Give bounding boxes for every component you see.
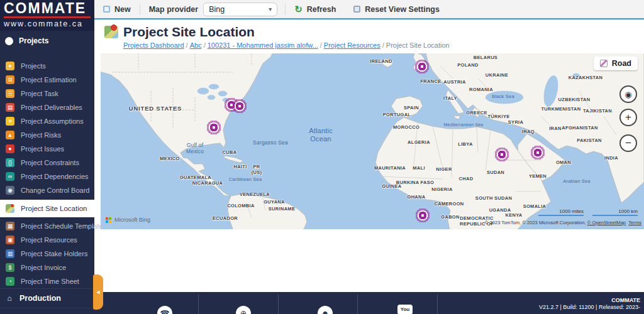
project-site-location-icon	[6, 204, 14, 213]
sidebar-item-change-control-board[interactable]: ◉Change Control Board	[0, 183, 94, 197]
map-marker-2[interactable]	[232, 99, 247, 114]
sidebar-item-project-invoice[interactable]: $Project Invoice	[0, 261, 94, 274]
sidebar-item-project-dependencies[interactable]: ∞Project Dependencies	[0, 170, 94, 183]
projects-section-title: Projects	[19, 36, 48, 45]
breadcrumb-link-projects-dashboard[interactable]: Projects Dashboard	[123, 41, 184, 49]
sidebar-section-label: Production	[19, 294, 61, 303]
sidebar-item-label: Project Stake Holders	[21, 250, 87, 257]
sidebar-item-project-risks[interactable]: ▲Project Risks	[0, 128, 94, 142]
sidebar-item-label: Project Invoice	[21, 264, 66, 271]
sidebar-item-label: Project Site Location	[21, 205, 87, 212]
sidebar-item-project-time-sheet[interactable]: ◔Project Time Sheet	[0, 274, 94, 288]
reset-view-settings-button[interactable]: Reset View Settings	[345, 0, 448, 18]
sidebar-collapse-button[interactable]: ◄	[93, 274, 103, 310]
sidebar-item-project-stake-holders[interactable]: ▥Project Stake Holders	[0, 247, 94, 261]
sidebar-item-project-schedule-template[interactable]: ▦Project Schedule Template	[0, 219, 94, 233]
sidebar-item-project-deliverables[interactable]: ▤Project Deliverables	[0, 100, 94, 114]
sidebar-item-label: Project Assumptions	[21, 117, 84, 125]
map-marker-4[interactable]	[414, 59, 430, 74]
sidebar-item-label: Project Resources	[21, 236, 77, 244]
map-provider-value: Bing	[209, 5, 225, 14]
sidebar-item-label: Project Time Sheet	[21, 278, 79, 285]
project-estimation-icon: ⊞	[6, 75, 14, 84]
world-map-svg	[101, 53, 644, 229]
project-issues-icon: ●	[6, 144, 14, 153]
sidebar-item-project-estimation[interactable]: ⊞Project Estimation	[0, 73, 94, 87]
sidebar-item-label: Project Risks	[21, 131, 61, 139]
project-deliverables-icon: ▤	[6, 103, 14, 112]
sidebar-item-project-assumptions[interactable]: ☀Project Assumptions	[0, 114, 94, 128]
locate-me-button[interactable]: ◉	[619, 85, 637, 103]
toolbar: New Map provider Bing ▾ ↻ Refresh Reset …	[94, 0, 644, 19]
zoom-in-button[interactable]: +	[619, 109, 637, 126]
refresh-button[interactable]: ↻ Refresh	[286, 0, 345, 18]
project-schedule-template-icon: ▦	[6, 222, 14, 230]
site-location-icon	[104, 26, 118, 38]
map-canvas[interactable]: UNITED STATESMEXICOCUBAHAITIPR (US)GUATE…	[101, 53, 644, 229]
chevron-down-icon: ▾	[269, 6, 272, 13]
sidebar-nav: ●Projects⊞Project Estimation☰Project Tas…	[0, 53, 94, 288]
map-scale: 1000 miles 1000 km	[538, 208, 638, 216]
project-risks-icon: ▲	[6, 131, 14, 139]
new-button-label: New	[114, 5, 131, 14]
sidebar-section-reports[interactable]: ▤Reports	[0, 308, 94, 314]
breadcrumb-separator: /	[184, 41, 190, 49]
terms-link[interactable]: Terms	[628, 220, 641, 225]
sidebar-item-project-issues[interactable]: ●Project Issues	[0, 142, 94, 156]
logo-block[interactable]: COMMATE www.commate.ca	[0, 0, 94, 31]
reset-view-label: Reset View Settings	[365, 5, 440, 14]
sidebar: COMMATE www.commate.ca Projects ●Project…	[0, 0, 94, 314]
page-title: Project Site Location	[123, 24, 255, 40]
footer-globe-icon[interactable]: ⊕	[236, 306, 251, 314]
sidebar-item-label: Project Issues	[21, 145, 64, 153]
new-button[interactable]: New	[94, 0, 140, 18]
sidebar-item-label: Change Control Board	[21, 187, 89, 194]
map-marker-6[interactable]	[530, 145, 545, 160]
map-attribution: © 2023 TomTom, © 2023 Microsoft Corporat…	[485, 220, 641, 225]
footer-phone-icon[interactable]: ☎	[157, 306, 172, 314]
sidebar-item-label: Project Task	[21, 90, 58, 97]
footer-youtube-icon[interactable]: You	[397, 305, 413, 314]
scale-miles: 1000 miles	[538, 208, 584, 216]
footer-divider	[357, 295, 358, 314]
footer-person-icon[interactable]: ☻	[318, 306, 333, 314]
map-provider-select[interactable]: Bing ▾	[203, 3, 277, 16]
sidebar-item-label: Project Constraints	[21, 159, 79, 166]
app-window: New Map provider Bing ▾ ↻ Refresh Reset …	[0, 0, 644, 314]
project-assumptions-icon: ☀	[6, 117, 14, 126]
microsoft-logo-icon	[106, 217, 111, 223]
breadcrumb-link-project-resources[interactable]: Project Resources	[324, 41, 380, 49]
map-marker-7[interactable]	[415, 208, 430, 223]
reset-view-icon	[353, 6, 360, 13]
sidebar-item-projects[interactable]: ●Projects	[0, 59, 94, 73]
footer-version: COMMATE V21.2.7 | Build: 11200 | Release…	[539, 297, 640, 311]
footer-bar: COMMATE V21.2.7 | Build: 11200 | Release…	[94, 292, 644, 314]
project-resources-icon: ▣	[6, 236, 14, 244]
road-style-icon	[600, 60, 608, 67]
project-task-icon: ☰	[6, 89, 14, 98]
breadcrumb-link-abc[interactable]: Abc	[190, 41, 202, 49]
sidebar-item-project-task[interactable]: ☰Project Task	[0, 87, 94, 100]
scale-km: 1000 km	[592, 208, 638, 216]
sidebar-item-project-resources[interactable]: ▣Project Resources	[0, 233, 94, 247]
openstreetmap-link[interactable]: © OpenStreetMap	[587, 220, 626, 225]
bing-logo: Microsoft Bing	[106, 217, 150, 223]
sidebar-section-production[interactable]: ⌂Production	[0, 288, 94, 308]
footer-divider	[278, 295, 279, 314]
map-style-road-button[interactable]: Road	[594, 57, 638, 70]
footer-brand: COMMATE	[539, 297, 640, 304]
sidebar-item-project-site-location[interactable]: Project Site Location	[0, 200, 94, 217]
sidebar-item-project-constraints[interactable]: {}Project Constraints	[0, 156, 94, 170]
map-marker-5[interactable]	[494, 147, 509, 162]
projects-section-icon	[5, 37, 13, 45]
brand-logo: COMMATE	[4, 1, 91, 18]
footer-divider	[198, 295, 199, 314]
zoom-out-button[interactable]: −	[619, 134, 637, 152]
breadcrumb-separator: /	[380, 41, 386, 49]
map-provider-label: Map provider	[140, 5, 204, 14]
footer-version-text: V21.2.7 | Build: 11200 | Released: 2023-	[539, 304, 640, 311]
breadcrumb-link-100231-mohammed-jassim-alofw-[interactable]: 100231 - Mohammed jassim alofw...	[208, 41, 318, 49]
map-marker-3[interactable]	[206, 120, 221, 135]
breadcrumb-separator: /	[318, 41, 324, 49]
sidebar-section-projects[interactable]: Projects	[0, 31, 94, 53]
